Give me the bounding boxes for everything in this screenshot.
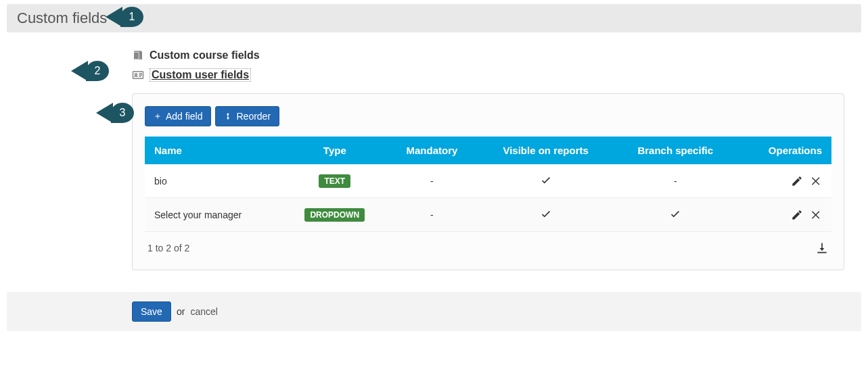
delete-icon[interactable] xyxy=(810,175,822,187)
cell-branch: - xyxy=(614,164,737,198)
cell-operations xyxy=(737,198,831,232)
tab-custom-user-fields[interactable]: 2 Custom user fields xyxy=(132,65,844,85)
type-badge: DROPDOWN xyxy=(304,208,365,222)
tab-label: Custom user fields xyxy=(150,68,251,82)
sort-icon xyxy=(224,112,232,120)
delete-icon[interactable] xyxy=(810,209,822,221)
edit-icon[interactable] xyxy=(791,175,803,187)
check-icon xyxy=(540,177,552,188)
svg-point-1 xyxy=(135,74,137,76)
check-icon xyxy=(669,211,681,222)
cancel-link[interactable]: cancel xyxy=(190,306,217,317)
book-icon xyxy=(132,49,144,62)
table-footer: 1 to 2 of 2 xyxy=(145,232,831,258)
col-mandatory: Mandatory xyxy=(386,137,478,164)
toolbar: 3 Add field Reorder xyxy=(145,106,831,126)
add-field-label: Add field xyxy=(166,111,202,122)
cell-mandatory: - xyxy=(386,198,478,232)
reorder-label: Reorder xyxy=(236,111,271,122)
tab-custom-course-fields[interactable]: Custom course fields xyxy=(132,46,844,65)
cell-visible xyxy=(478,198,614,232)
callout-2: 2 xyxy=(86,61,109,81)
check-icon xyxy=(540,211,552,222)
table-row: Select your managerDROPDOWN- xyxy=(145,198,831,232)
cell-type: DROPDOWN xyxy=(283,198,386,232)
fields-table: Name Type Mandatory Visible on reports B… xyxy=(145,137,831,232)
reorder-button[interactable]: Reorder xyxy=(215,106,279,126)
col-visible: Visible on reports xyxy=(478,137,614,164)
cell-name: Select your manager xyxy=(145,198,283,232)
id-card-icon xyxy=(132,69,144,81)
or-text: or xyxy=(177,306,185,317)
pagination-text: 1 to 2 of 2 xyxy=(147,243,189,253)
page-header: Custom fields 1 xyxy=(7,4,861,32)
col-name: Name xyxy=(145,137,283,164)
footer-bar: Save or cancel xyxy=(7,292,861,331)
fields-panel: 3 Add field Reorder Name Type Mand xyxy=(132,93,844,270)
edit-icon[interactable] xyxy=(791,209,803,221)
cell-type: TEXT xyxy=(283,164,386,198)
callout-3: 3 xyxy=(111,103,134,123)
col-ops: Operations xyxy=(737,137,831,164)
tab-label: Custom course fields xyxy=(150,49,260,62)
cell-operations xyxy=(737,164,831,198)
col-branch: Branch specific xyxy=(614,137,737,164)
cell-mandatory: - xyxy=(386,164,478,198)
cell-name: bio xyxy=(145,164,283,198)
add-field-button[interactable]: Add field xyxy=(145,106,211,126)
tabs: Custom course fields 2 Custom user field… xyxy=(132,46,844,85)
save-button[interactable]: Save xyxy=(132,301,171,322)
download-icon[interactable] xyxy=(815,241,829,255)
page-title: Custom fields xyxy=(17,9,107,26)
plus-icon xyxy=(154,112,162,120)
callout-1: 1 xyxy=(120,7,143,27)
table-row: bioTEXT-- xyxy=(145,164,831,198)
col-type: Type xyxy=(283,137,386,164)
cell-branch xyxy=(614,198,737,232)
cell-visible xyxy=(478,164,614,198)
type-badge: TEXT xyxy=(319,174,350,188)
